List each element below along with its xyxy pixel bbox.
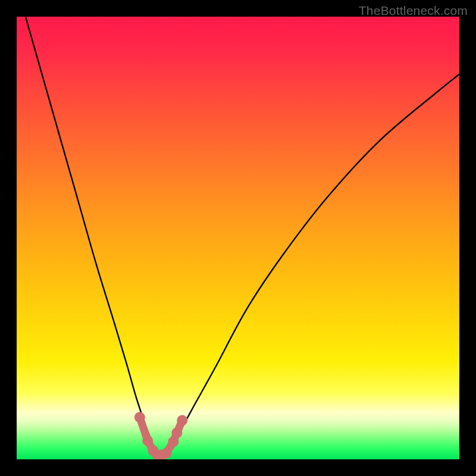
marker-dot [134,412,145,422]
highlight-markers [134,412,187,459]
plot-area [17,17,459,459]
watermark-text: TheBottleneck.com [359,4,468,18]
bottleneck-curve [26,17,459,456]
marker-dot [177,415,187,426]
marker-dot [171,427,182,438]
marker-dot [161,448,171,459]
curve-layer [17,17,459,459]
chart-frame: TheBottleneck.com [0,0,476,476]
marker-dot [142,436,153,446]
